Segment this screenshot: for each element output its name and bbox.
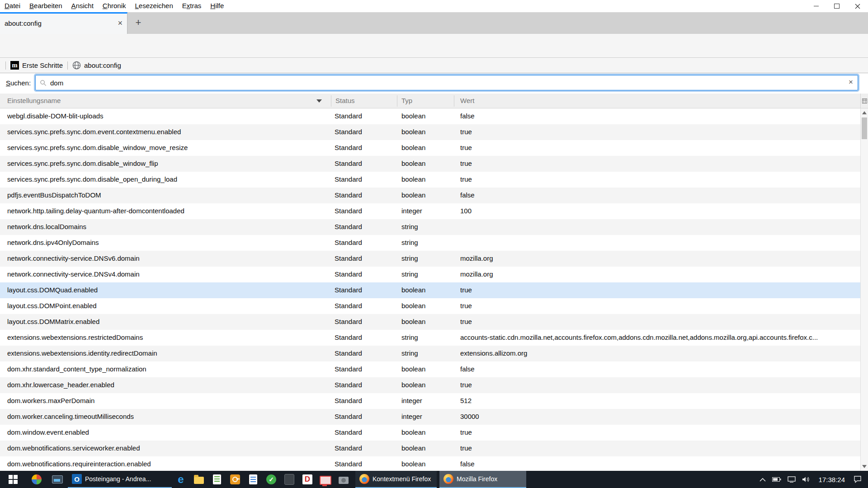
pref-name-cell: services.sync.prefs.sync.dom.event.conte… bbox=[7, 128, 319, 136]
taskbar-camera-app-button[interactable] bbox=[335, 471, 353, 488]
tab-close-icon[interactable]: × bbox=[118, 19, 123, 28]
pref-name-cell: network.connectivity-service.DNSv4.domai… bbox=[7, 270, 319, 278]
taskbar-datev-button[interactable]: D bbox=[298, 471, 316, 488]
speaker-icon bbox=[802, 476, 810, 483]
scroll-up-icon[interactable] bbox=[862, 111, 867, 114]
header-wert[interactable]: Wert bbox=[460, 97, 474, 104]
pref-name-cell: dom.worker.canceling.timeoutMilliseconds bbox=[7, 413, 319, 420]
network-status[interactable] bbox=[788, 476, 796, 483]
pref-row[interactable]: dom.worker.canceling.timeoutMilliseconds… bbox=[0, 409, 860, 425]
pref-name-cell: services.sync.prefs.sync.dom.disable_ope… bbox=[7, 175, 319, 183]
bookmark-erste-schritte[interactable]: m Erste Schritte bbox=[10, 61, 63, 70]
pref-row[interactable]: dom.xhr.standard_content_type_normalizat… bbox=[0, 361, 860, 377]
config-search-value: dom bbox=[50, 79, 63, 87]
menu-datei[interactable]: Datei bbox=[0, 0, 25, 11]
pref-row[interactable]: network.dns.localDomainsStandardstring bbox=[0, 219, 860, 235]
scrollbar-thumb[interactable] bbox=[862, 117, 867, 139]
menu-bar: DateiBearbeitenAnsichtChronikLesezeichen… bbox=[0, 0, 868, 12]
pref-name-cell: layout.css.DOMPoint.enabled bbox=[7, 302, 319, 310]
column-picker-button[interactable] bbox=[860, 94, 868, 108]
bookmark-label: Erste Schritte bbox=[22, 61, 63, 69]
pref-rows: webgl.disable-DOM-blit-uploadsStandardbo… bbox=[0, 108, 860, 471]
menu-bearbeiten[interactable]: Bearbeiten bbox=[25, 0, 67, 11]
bookmark-about-config[interactable]: about:config bbox=[72, 61, 121, 70]
sort-descending-icon bbox=[316, 99, 322, 103]
pref-row[interactable]: services.sync.prefs.sync.dom.disable_ope… bbox=[0, 172, 860, 188]
pref-row[interactable]: pdfjs.eventBusDispatchToDOMStandardboole… bbox=[0, 188, 860, 203]
pref-row[interactable]: extensions.webextensions.restrictedDomai… bbox=[0, 330, 860, 346]
search-icon bbox=[40, 80, 47, 86]
pref-row[interactable]: dom.window.event.enabledStandardbooleant… bbox=[0, 425, 860, 441]
pref-row[interactable]: layout.css.DOMQuad.enabledStandardboolea… bbox=[0, 282, 860, 298]
taskbar-firefox-active-button[interactable]: Mozilla Firefox bbox=[439, 471, 526, 488]
pref-row[interactable]: extensions.webextensions.identity.redire… bbox=[0, 346, 860, 361]
scroll-down-icon[interactable] bbox=[862, 465, 867, 468]
tray-expand-button[interactable] bbox=[760, 478, 766, 482]
new-tab-button[interactable]: + bbox=[132, 17, 145, 29]
pref-row[interactable]: network.connectivity-service.DNSv4.domai… bbox=[0, 267, 860, 282]
header-typ[interactable]: Typ bbox=[401, 97, 412, 104]
minimize-button[interactable] bbox=[806, 0, 826, 12]
header-status[interactable]: Status bbox=[335, 97, 355, 104]
column-separator[interactable] bbox=[397, 95, 397, 107]
start-button[interactable] bbox=[0, 471, 26, 488]
pref-row[interactable]: network.dns.ipv4OnlyDomainsStandardstrin… bbox=[0, 235, 860, 251]
maximize-button[interactable] bbox=[826, 0, 847, 12]
header-einstellungsname[interactable]: Einstellungsname bbox=[7, 97, 61, 104]
pref-value-cell: extensions.allizom.org bbox=[460, 349, 854, 357]
pref-type-cell: boolean bbox=[401, 460, 451, 468]
menu-ansicht[interactable]: Ansicht bbox=[67, 0, 98, 11]
table-header: Einstellungsname Status Typ Wert bbox=[0, 94, 860, 108]
pref-name-cell: dom.window.event.enabled bbox=[7, 428, 319, 436]
column-separator[interactable] bbox=[331, 95, 331, 107]
close-button[interactable] bbox=[847, 0, 868, 12]
pref-row[interactable]: network.http.tailing.delay-quantum-after… bbox=[0, 203, 860, 219]
taskbar-remote-app-button[interactable] bbox=[316, 471, 335, 488]
taskbar-notes-app-button[interactable] bbox=[208, 471, 226, 488]
pref-row[interactable]: services.sync.prefs.sync.dom.disable_win… bbox=[0, 140, 860, 156]
pref-row[interactable]: dom.webnotifications.requireinteraction.… bbox=[0, 456, 860, 471]
pref-row[interactable]: services.sync.prefs.sync.dom.event.conte… bbox=[0, 124, 860, 140]
pref-row[interactable]: layout.css.DOMPoint.enabledStandardboole… bbox=[0, 298, 860, 314]
pref-row[interactable]: services.sync.prefs.sync.dom.disable_win… bbox=[0, 156, 860, 172]
taskbar-document-app-button[interactable] bbox=[244, 471, 262, 488]
pref-name-cell: network.dns.ipv4OnlyDomains bbox=[7, 239, 319, 246]
vertical-scrollbar[interactable] bbox=[860, 108, 868, 471]
menu-extras[interactable]: Extras bbox=[178, 0, 206, 11]
taskbar-keepass-button[interactable] bbox=[226, 471, 244, 488]
taskbar-dark-app-button[interactable] bbox=[280, 471, 298, 488]
firefox-icon bbox=[443, 474, 453, 484]
pref-row[interactable]: layout.css.DOMMatrix.enabledStandardbool… bbox=[0, 314, 860, 330]
gray-camera-icon bbox=[339, 477, 349, 484]
clear-search-icon[interactable]: × bbox=[849, 78, 853, 87]
pref-row[interactable]: dom.workers.maxPerDomainStandardinteger5… bbox=[0, 393, 860, 409]
taskbar-monitor-app-button[interactable] bbox=[47, 471, 68, 488]
pref-row[interactable]: webgl.disable-DOM-blit-uploadsStandardbo… bbox=[0, 108, 860, 124]
pref-name-cell: dom.xhr.lowercase_header.enabled bbox=[7, 381, 319, 389]
pref-value-cell: false bbox=[460, 460, 854, 468]
pref-row[interactable]: network.connectivity-service.DNSv6.domai… bbox=[0, 251, 860, 267]
pref-row[interactable]: dom.xhr.lowercase_header.enabledStandard… bbox=[0, 377, 860, 393]
green-check-icon: ✓ bbox=[266, 474, 276, 484]
menu-lesezeichen[interactable]: Lesezeichen bbox=[131, 0, 178, 11]
pref-row[interactable]: dom.webnotifications.serviceworker.enabl… bbox=[0, 441, 860, 456]
pref-status-cell: Standard bbox=[335, 175, 393, 183]
tab-about-config[interactable]: about:config × bbox=[0, 12, 127, 34]
taskbar-edge-button[interactable]: e bbox=[172, 471, 190, 488]
taskbar-outlook-button[interactable]: O Posteingang - Andrea... bbox=[68, 471, 172, 488]
column-separator[interactable] bbox=[454, 95, 454, 107]
menu-hilfe[interactable]: Hilfe bbox=[206, 0, 228, 11]
config-search-input[interactable]: dom × bbox=[35, 75, 858, 90]
menu-chronik[interactable]: Chronik bbox=[98, 0, 131, 11]
taskbar-antivirus-button[interactable]: ✓ bbox=[262, 471, 280, 488]
pref-status-cell: Standard bbox=[335, 223, 393, 230]
action-center-button[interactable] bbox=[854, 476, 862, 483]
pref-status-cell: Standard bbox=[335, 270, 393, 278]
taskbar-explorer-button[interactable] bbox=[190, 471, 208, 488]
volume-status[interactable] bbox=[802, 476, 810, 483]
taskbar-firefox-kontextmenu-button[interactable]: Kontextmenü Firefox -... bbox=[355, 471, 437, 488]
pref-value-cell: mozilla.org bbox=[460, 254, 854, 262]
taskbar-pinwheel-app-button[interactable] bbox=[26, 471, 47, 488]
taskbar-clock[interactable]: 17:38:24 bbox=[819, 476, 845, 483]
battery-status[interactable] bbox=[772, 477, 781, 482]
